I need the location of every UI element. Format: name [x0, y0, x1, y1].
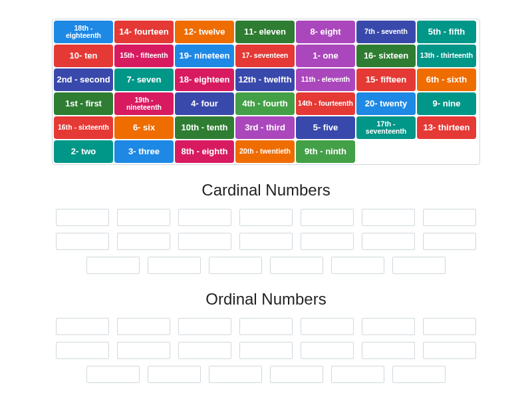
drop-slot[interactable]: [301, 318, 354, 335]
drop-slot[interactable]: [362, 342, 415, 359]
drop-slot[interactable]: [178, 342, 231, 359]
drop-slot[interactable]: [423, 209, 476, 226]
drop-slot[interactable]: [423, 233, 476, 250]
tile-14[interactable]: 2nd - second: [54, 68, 113, 91]
drop-slot[interactable]: [392, 257, 446, 274]
drop-slot[interactable]: [178, 318, 231, 335]
tile-26[interactable]: 20- twenty: [356, 92, 416, 115]
tile-pool: 18th - eighteenth14- fourteen12- twelve1…: [52, 19, 480, 165]
tile-11[interactable]: 1- one: [296, 45, 355, 67]
tile-16[interactable]: 18- eighteen: [175, 68, 234, 91]
tile-27[interactable]: 9- nine: [417, 92, 476, 115]
drop-slot[interactable]: [301, 233, 354, 250]
tile-17[interactable]: 12th - twelfth: [235, 68, 295, 91]
drop-slot[interactable]: [117, 209, 170, 226]
drop-slot[interactable]: [178, 233, 231, 250]
tile-4[interactable]: 8- eight: [296, 21, 355, 43]
drop-slot[interactable]: [117, 342, 170, 359]
tile-23[interactable]: 4- four: [175, 92, 234, 115]
tile-10[interactable]: 17- seventeen: [235, 45, 295, 67]
tile-12[interactable]: 16- sixteen: [356, 45, 416, 67]
drop-slot[interactable]: [270, 257, 323, 274]
tile-3[interactable]: 11- eleven: [235, 21, 295, 43]
tile-2[interactable]: 12- twelve: [175, 21, 234, 43]
tile-24[interactable]: 4th - fourth: [235, 92, 295, 115]
drop-slot[interactable]: [392, 366, 446, 383]
tile-22[interactable]: 19th - nineteenth: [114, 92, 174, 115]
drop-slot[interactable]: [331, 257, 384, 274]
tile-7[interactable]: 10- ten: [54, 45, 113, 67]
drop-slot[interactable]: [270, 366, 323, 383]
tile-25[interactable]: 14th - fourteenth: [296, 92, 355, 115]
drop-slot[interactable]: [178, 209, 231, 226]
tile-20[interactable]: 6th - sixth: [417, 68, 476, 91]
tile-29[interactable]: 6- six: [114, 116, 174, 139]
drop-slot[interactable]: [239, 342, 293, 359]
tile-6[interactable]: 5th - fifth: [417, 21, 476, 43]
tile-21[interactable]: 1st - first: [54, 92, 113, 115]
tile-5[interactable]: 7th - seventh: [356, 21, 416, 43]
tile-37[interactable]: 8th - eighth: [175, 140, 234, 163]
tile-0[interactable]: 18th - eighteenth: [54, 21, 113, 43]
tile-8[interactable]: 15th - fifteenth: [114, 45, 174, 67]
tile-36[interactable]: 3- three: [114, 140, 174, 163]
tile-30[interactable]: 10th - tenth: [175, 116, 234, 139]
drop-slot[interactable]: [239, 209, 293, 226]
drop-slot[interactable]: [209, 366, 262, 383]
group-title-0: Cardinal Numbers: [0, 181, 532, 200]
drop-slot[interactable]: [117, 233, 170, 250]
drop-slot[interactable]: [362, 209, 415, 226]
tile-28[interactable]: 16th - sixteenth: [54, 116, 113, 139]
tile-1[interactable]: 14- fourteen: [114, 21, 174, 43]
tile-18[interactable]: 11th - eleventh: [296, 68, 355, 91]
drop-slot[interactable]: [423, 342, 476, 359]
drop-slot[interactable]: [117, 318, 170, 335]
tile-9[interactable]: 19- nineteen: [175, 45, 234, 67]
drop-slot[interactable]: [209, 257, 262, 274]
drop-slot[interactable]: [56, 342, 109, 359]
tile-31[interactable]: 3rd - third: [235, 116, 295, 139]
drop-slot[interactable]: [148, 366, 201, 383]
drop-slot[interactable]: [301, 342, 354, 359]
drop-slot[interactable]: [56, 209, 109, 226]
drop-slot[interactable]: [239, 318, 293, 335]
drop-slot[interactable]: [56, 233, 109, 250]
tile-34[interactable]: 13- thirteen: [417, 116, 476, 139]
tile-38[interactable]: 20th - twentieth: [235, 140, 295, 163]
tile-13[interactable]: 13th - thirteenth: [417, 45, 476, 67]
drop-slot[interactable]: [331, 366, 384, 383]
drop-slot[interactable]: [86, 257, 140, 274]
drop-slot[interactable]: [56, 318, 109, 335]
drop-slot[interactable]: [362, 233, 415, 250]
drop-slot[interactable]: [423, 318, 476, 335]
drop-slot[interactable]: [86, 366, 140, 383]
tile-39[interactable]: 9th - ninth: [296, 140, 355, 163]
tile-33[interactable]: 17th - seventeenth: [356, 116, 416, 139]
group-title-1: Ordinal Numbers: [0, 290, 532, 309]
drop-slot[interactable]: [148, 257, 201, 274]
tile-32[interactable]: 5- five: [296, 116, 355, 139]
tile-15[interactable]: 7- seven: [114, 68, 174, 91]
tile-35[interactable]: 2- two: [54, 140, 113, 163]
tile-19[interactable]: 15- fifteen: [356, 68, 416, 91]
drop-slot[interactable]: [362, 318, 415, 335]
drop-slot[interactable]: [239, 233, 293, 250]
drop-slot[interactable]: [301, 209, 354, 226]
